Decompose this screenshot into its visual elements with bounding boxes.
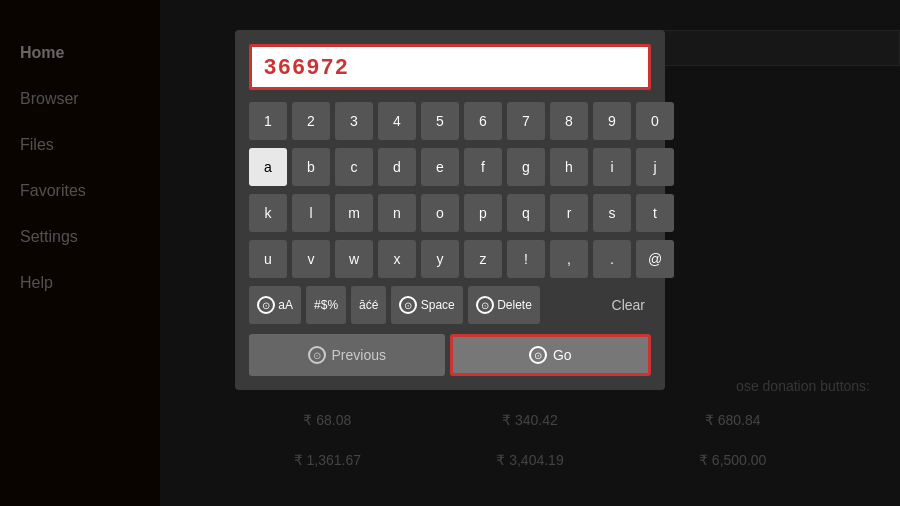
- key-l[interactable]: l: [292, 194, 330, 232]
- key-period[interactable]: .: [593, 240, 631, 278]
- key-exclaim[interactable]: !: [507, 240, 545, 278]
- key-b[interactable]: b: [292, 148, 330, 186]
- go-icon: ⊙: [529, 346, 547, 364]
- key-7[interactable]: 7: [507, 102, 545, 140]
- key-1[interactable]: 1: [249, 102, 287, 140]
- key-3[interactable]: 3: [335, 102, 373, 140]
- key-8[interactable]: 8: [550, 102, 588, 140]
- key-g[interactable]: g: [507, 148, 545, 186]
- key-e[interactable]: e: [421, 148, 459, 186]
- key-at[interactable]: @: [636, 240, 674, 278]
- key-n[interactable]: n: [378, 194, 416, 232]
- key-u[interactable]: u: [249, 240, 287, 278]
- row-u-at: u v w x y z ! , . @: [249, 240, 651, 278]
- keyboard-input-display: 366972: [249, 44, 651, 90]
- key-a[interactable]: a: [249, 148, 287, 186]
- space-button[interactable]: ⊙ Space: [391, 286, 462, 324]
- clear-button[interactable]: Clear: [606, 286, 651, 324]
- special-keys-row: ⊙ aA #$% āćé ⊙ Space ⊙ Delete Clear: [249, 286, 651, 324]
- key-y[interactable]: y: [421, 240, 459, 278]
- key-9[interactable]: 9: [593, 102, 631, 140]
- key-6[interactable]: 6: [464, 102, 502, 140]
- key-c[interactable]: c: [335, 148, 373, 186]
- previous-button[interactable]: ⊙ Previous: [249, 334, 445, 376]
- key-f[interactable]: f: [464, 148, 502, 186]
- key-v[interactable]: v: [292, 240, 330, 278]
- key-x[interactable]: x: [378, 240, 416, 278]
- key-w[interactable]: w: [335, 240, 373, 278]
- key-o[interactable]: o: [421, 194, 459, 232]
- key-m[interactable]: m: [335, 194, 373, 232]
- go-button[interactable]: ⊙ Go: [450, 334, 652, 376]
- key-d[interactable]: d: [378, 148, 416, 186]
- key-comma[interactable]: ,: [550, 240, 588, 278]
- key-k[interactable]: k: [249, 194, 287, 232]
- keyboard-modal: 366972 1 2 3 4 5 6 7 8 9 0 a b c d e f g…: [235, 30, 665, 390]
- symbols-button[interactable]: #$%: [306, 286, 346, 324]
- key-4[interactable]: 4: [378, 102, 416, 140]
- nav-row: ⊙ Previous ⊙ Go: [249, 334, 651, 376]
- previous-icon: ⊙: [308, 346, 326, 364]
- key-i[interactable]: i: [593, 148, 631, 186]
- key-t[interactable]: t: [636, 194, 674, 232]
- key-q[interactable]: q: [507, 194, 545, 232]
- row-a-j: a b c d e f g h i j: [249, 148, 651, 186]
- number-row: 1 2 3 4 5 6 7 8 9 0: [249, 102, 651, 140]
- space-icon: ⊙: [399, 296, 417, 314]
- row-k-t: k l m n o p q r s t: [249, 194, 651, 232]
- key-j[interactable]: j: [636, 148, 674, 186]
- key-5[interactable]: 5: [421, 102, 459, 140]
- keyboard-input-value: 366972: [264, 54, 349, 80]
- delete-button[interactable]: ⊙ Delete: [468, 286, 540, 324]
- key-0[interactable]: 0: [636, 102, 674, 140]
- modal-overlay: 366972 1 2 3 4 5 6 7 8 9 0 a b c d e f g…: [0, 0, 900, 506]
- key-p[interactable]: p: [464, 194, 502, 232]
- case-toggle-icon: ⊙: [257, 296, 275, 314]
- case-toggle-button[interactable]: ⊙ aA: [249, 286, 301, 324]
- key-2[interactable]: 2: [292, 102, 330, 140]
- key-h[interactable]: h: [550, 148, 588, 186]
- accents-button[interactable]: āćé: [351, 286, 386, 324]
- key-s[interactable]: s: [593, 194, 631, 232]
- key-r[interactable]: r: [550, 194, 588, 232]
- key-z[interactable]: z: [464, 240, 502, 278]
- delete-icon: ⊙: [476, 296, 494, 314]
